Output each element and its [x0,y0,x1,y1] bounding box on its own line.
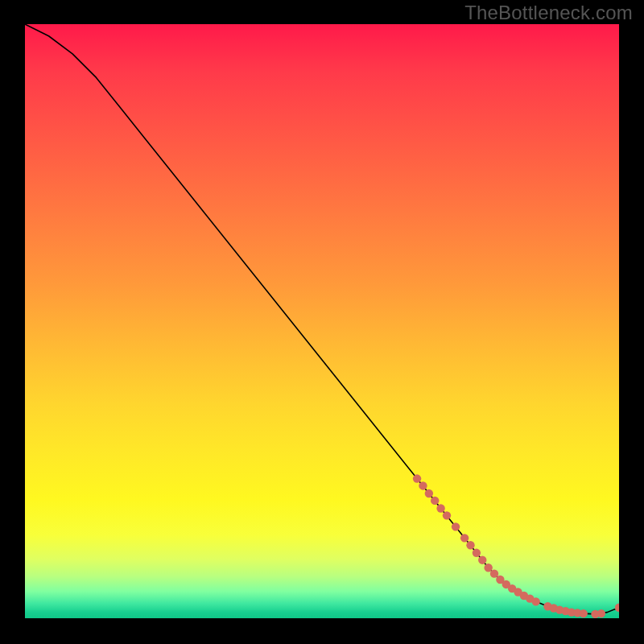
data-marker [466,541,474,549]
data-marker [478,555,486,564]
data-marker [452,522,460,530]
chart-svg [25,24,619,618]
plot-area [25,24,619,618]
data-marker [484,564,492,572]
data-marker [419,481,427,489]
data-marker [443,511,451,519]
curve-line [25,24,619,614]
watermark-text: TheBottleneck.com [464,2,633,24]
data-marker [531,597,539,605]
data-marker [431,497,439,505]
data-marker [597,609,605,617]
data-marker [436,504,444,512]
data-marker [490,569,498,577]
data-marker [460,534,469,542]
data-marker [473,549,481,557]
data-marker [413,474,421,482]
markers-group [413,474,619,618]
chart-frame: TheBottleneck.com [0,0,644,644]
data-marker [615,604,619,612]
data-marker [580,609,588,617]
data-marker [425,489,433,497]
